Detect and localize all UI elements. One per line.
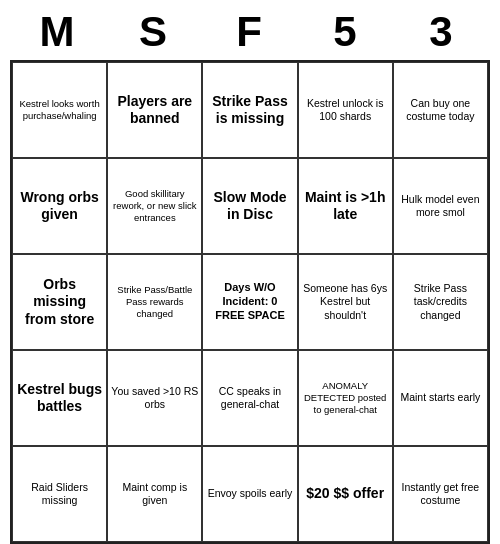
bingo-cell-7[interactable]: Slow Mode in Disc (202, 158, 297, 254)
bingo-cell-5[interactable]: Wrong orbs given (12, 158, 107, 254)
bingo-cell-9[interactable]: Hulk model even more smol (393, 158, 488, 254)
bingo-cell-6[interactable]: Good skillitary rework, or new slick ent… (107, 158, 202, 254)
bingo-cell-17[interactable]: CC speaks in general-chat (202, 350, 297, 446)
title-letter-3: 3 (394, 8, 490, 56)
bingo-title: M S F 5 3 (10, 0, 490, 60)
title-letter-f: F (202, 8, 298, 56)
bingo-cell-11[interactable]: Strike Pass/Battle Pass rewards changed (107, 254, 202, 350)
bingo-cell-15[interactable]: Kestrel bugs battles (12, 350, 107, 446)
bingo-cell-8[interactable]: Maint is >1h late (298, 158, 393, 254)
bingo-cell-13[interactable]: Someone has 6ys Kestrel but shouldn't (298, 254, 393, 350)
bingo-cell-14[interactable]: Strike Pass task/credits changed (393, 254, 488, 350)
title-letter-s: S (106, 8, 202, 56)
bingo-cell-4[interactable]: Can buy one costume today (393, 62, 488, 158)
bingo-cell-18[interactable]: ANOMALY DETECTED posted to general-chat (298, 350, 393, 446)
bingo-cell-3[interactable]: Kestrel unlock is 100 shards (298, 62, 393, 158)
title-letter-m: M (10, 8, 106, 56)
bingo-cell-21[interactable]: Maint comp is given (107, 446, 202, 542)
bingo-cell-22[interactable]: Envoy spoils early (202, 446, 297, 542)
bingo-grid: Kestrel looks worth purchase/whalingPlay… (10, 60, 490, 544)
bingo-cell-16[interactable]: You saved >10 RS orbs (107, 350, 202, 446)
bingo-cell-20[interactable]: Raid Sliders missing (12, 446, 107, 542)
bingo-cell-1[interactable]: Players are banned (107, 62, 202, 158)
bingo-cell-0[interactable]: Kestrel looks worth purchase/whaling (12, 62, 107, 158)
bingo-cell-24[interactable]: Instantly get free costume (393, 446, 488, 542)
bingo-cell-2[interactable]: Strike Pass is missing (202, 62, 297, 158)
bingo-cell-12[interactable]: Days W/O Incident: 0 FREE SPACE (202, 254, 297, 350)
bingo-cell-19[interactable]: Maint starts early (393, 350, 488, 446)
title-letter-5: 5 (298, 8, 394, 56)
bingo-cell-23[interactable]: $20 $$ offer (298, 446, 393, 542)
bingo-cell-10[interactable]: Orbs missing from store (12, 254, 107, 350)
